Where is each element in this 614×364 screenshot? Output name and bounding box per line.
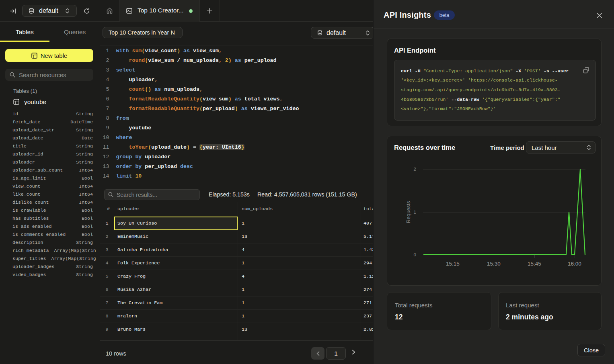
svg-text:0: 0 <box>414 252 416 257</box>
svg-text:15:45: 15:45 <box>528 261 541 267</box>
svg-text:16:00: 16:00 <box>568 261 581 267</box>
svg-text:15:30: 15:30 <box>487 261 501 267</box>
svg-text:2: 2 <box>414 167 416 172</box>
svg-text:1: 1 <box>414 210 416 215</box>
svg-text:Requests: Requests <box>405 201 411 223</box>
svg-text:15:15: 15:15 <box>446 261 460 267</box>
